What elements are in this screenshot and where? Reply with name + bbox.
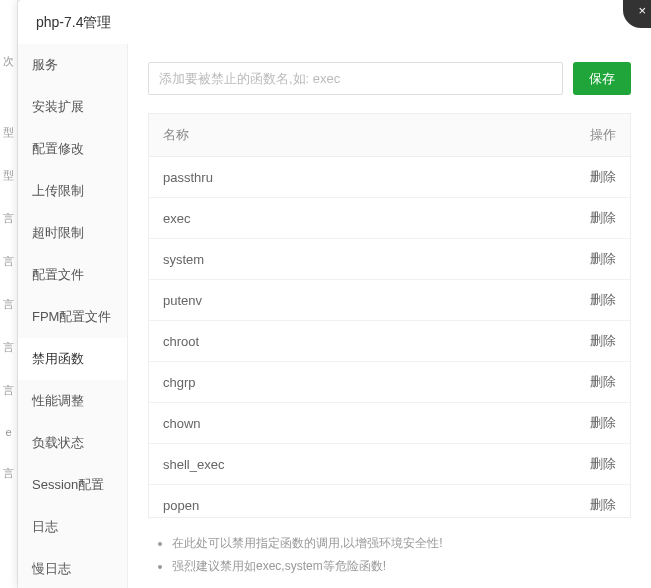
action-cell: 删除 [449,198,630,239]
action-cell: 删除 [449,444,630,485]
function-name-cell: system [149,239,449,280]
function-name-cell: putenv [149,280,449,321]
action-cell: 删除 [449,239,630,280]
sidebar-item[interactable]: 慢日志 [18,548,127,588]
action-cell: 删除 [449,403,630,444]
background-panel: 次型型言言言言言e言 [0,0,18,588]
tip-item: 在此处可以禁用指定函数的调用,以增强环境安全性! [172,532,631,555]
col-action-header: 操作 [449,114,630,157]
function-name-cell: chroot [149,321,449,362]
tip-item: 强烈建议禁用如exec,system等危险函数! [172,555,631,578]
sidebar-item-label: FPM配置文件 [32,309,111,324]
action-cell: 删除 [449,321,630,362]
sidebar-item[interactable]: 性能调整 [18,380,127,422]
sidebar-item[interactable]: Session配置 [18,464,127,506]
dialog-title: php-7.4管理 [18,0,651,44]
sidebar-item-label: 配置文件 [32,267,84,282]
sidebar-item-label: 禁用函数 [32,351,84,366]
table-row: popen删除 [149,485,630,518]
function-name-cell: exec [149,198,449,239]
table-scroll-area[interactable]: 名称 操作 passthru删除exec删除system删除putenv删除ch… [149,114,630,517]
sidebar-item-label: 安装扩展 [32,99,84,114]
sidebar: 服务安装扩展配置修改上传限制超时限制配置文件FPM配置文件禁用函数性能调整负载状… [18,44,128,588]
action-cell: 删除 [449,362,630,403]
add-function-bar: 保存 [148,62,631,95]
close-icon: × [638,3,646,18]
action-cell: 删除 [449,157,630,198]
disabled-functions-table-wrapper: 名称 操作 passthru删除exec删除system删除putenv删除ch… [148,113,631,518]
function-name-cell: chown [149,403,449,444]
function-name-input[interactable] [148,62,563,95]
disabled-functions-table: 名称 操作 passthru删除exec删除system删除putenv删除ch… [149,114,630,517]
sidebar-item-label: 服务 [32,57,58,72]
action-cell: 删除 [449,485,630,518]
sidebar-item-label: 配置修改 [32,141,84,156]
table-header-row: 名称 操作 [149,114,630,157]
sidebar-item-label: 性能调整 [32,393,84,408]
sidebar-item[interactable]: 超时限制 [18,212,127,254]
action-cell: 删除 [449,280,630,321]
sidebar-item-label: 上传限制 [32,183,84,198]
table-row: passthru删除 [149,157,630,198]
function-name-cell: popen [149,485,449,518]
function-name-cell: chgrp [149,362,449,403]
delete-link[interactable]: 删除 [590,374,616,389]
sidebar-item-label: 慢日志 [32,561,71,576]
sidebar-item-label: 负载状态 [32,435,84,450]
sidebar-item[interactable]: 禁用函数 [18,338,127,380]
delete-link[interactable]: 删除 [590,210,616,225]
table-row: shell_exec删除 [149,444,630,485]
main-panel: 保存 名称 操作 passthru删除exec删除system删除putenv删… [128,44,651,588]
delete-link[interactable]: 删除 [590,251,616,266]
table-row: chroot删除 [149,321,630,362]
sidebar-item[interactable]: FPM配置文件 [18,296,127,338]
delete-link[interactable]: 删除 [590,169,616,184]
sidebar-item[interactable]: 服务 [18,44,127,86]
delete-link[interactable]: 删除 [590,333,616,348]
table-row: system删除 [149,239,630,280]
function-name-cell: passthru [149,157,449,198]
function-name-cell: shell_exec [149,444,449,485]
table-row: putenv删除 [149,280,630,321]
sidebar-item[interactable]: 配置文件 [18,254,127,296]
save-button[interactable]: 保存 [573,62,631,95]
sidebar-item-label: 超时限制 [32,225,84,240]
col-name-header: 名称 [149,114,449,157]
sidebar-item[interactable]: 安装扩展 [18,86,127,128]
table-row: chown删除 [149,403,630,444]
sidebar-item[interactable]: 日志 [18,506,127,548]
delete-link[interactable]: 删除 [590,292,616,307]
sidebar-item-label: Session配置 [32,477,104,492]
delete-link[interactable]: 删除 [590,497,616,512]
delete-link[interactable]: 删除 [590,456,616,471]
dialog-body: 服务安装扩展配置修改上传限制超时限制配置文件FPM配置文件禁用函数性能调整负载状… [18,44,651,588]
sidebar-item[interactable]: 负载状态 [18,422,127,464]
delete-link[interactable]: 删除 [590,415,616,430]
php-manage-dialog: × php-7.4管理 服务安装扩展配置修改上传限制超时限制配置文件FPM配置文… [18,0,651,588]
table-row: chgrp删除 [149,362,630,403]
sidebar-item-label: 日志 [32,519,58,534]
tips-list: 在此处可以禁用指定函数的调用,以增强环境安全性!强烈建议禁用如exec,syst… [148,532,631,578]
sidebar-item[interactable]: 上传限制 [18,170,127,212]
sidebar-item[interactable]: 配置修改 [18,128,127,170]
table-row: exec删除 [149,198,630,239]
